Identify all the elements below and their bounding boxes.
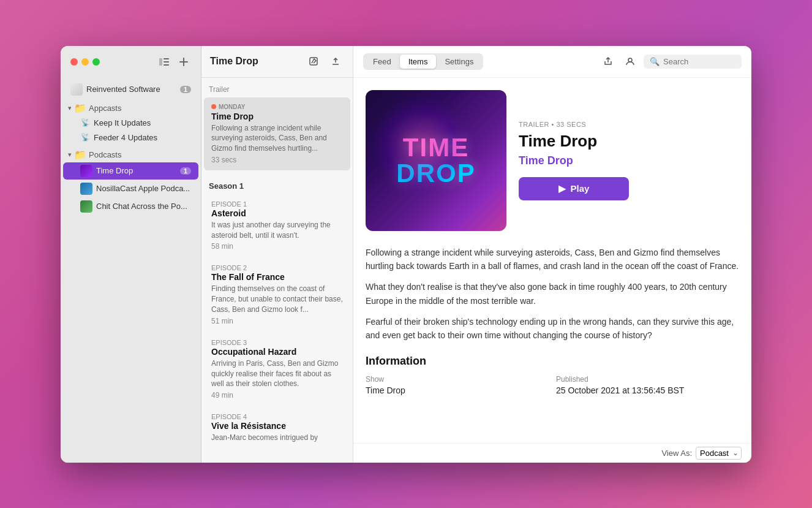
view-as-label: View As: [661,449,692,458]
trailer-label: Trailer [201,83,353,96]
compose-button[interactable] [305,53,322,70]
play-button[interactable]: ▶ Play [519,177,629,200]
sidebar-item-chitchat[interactable]: Chit Chat Across the Po... [63,198,198,215]
info-show: Time Drop [519,154,739,167]
season-1-section: Season 1 EPISODE 1 Asteroid It was just … [201,176,353,451]
day-dot [211,104,216,109]
sidebar-titlebar [61,46,201,78]
podcast-thumbnail-time-drop [80,165,92,177]
rss-icon: 📡 [80,133,90,142]
main-titlebar: Feed Items Settings [353,46,751,78]
episode-number: EPISODE 2 [211,264,343,271]
main-content: TIME DROP TRAILER • 33 SECS Time Drop Ti… [353,78,751,443]
description-3: Fearful of their broken ship's technolog… [366,315,739,343]
sidebar-folder-label: Appcasts [89,104,121,113]
sidebar-item-label: Feeder 4 Updates [94,133,157,142]
show-value: Time Drop [366,385,405,395]
svg-point-7 [628,58,632,62]
episode-description: It was just another day surveying the as… [211,220,343,241]
share-button[interactable] [600,53,617,70]
bottom-bar: View As: Podcast List Grid [353,443,751,463]
trailer-episode-card[interactable]: MONDAY Time Drop Following a strange inc… [204,97,350,170]
podcast-header: TIME DROP TRAILER • 33 SECS Time Drop Ti… [366,90,739,231]
rss-icon: 📡 [80,118,90,127]
episode-day: MONDAY [211,104,343,110]
tab-settings[interactable]: Settings [436,55,482,69]
episode-card-4[interactable]: EPISODE 4 Vive la Résistance Jean-Marc b… [204,407,350,451]
account-button[interactable] [622,53,639,70]
info-subtitle: TRAILER • 33 SECS [519,121,739,128]
app-window: Reinvented Software 1 ▾ 📁 Appcasts 📡 Kee… [61,46,751,463]
podcast-thumbnail-nosilla [80,183,92,195]
svg-rect-3 [164,64,169,66]
view-as-select-wrap: Podcast List Grid [696,447,742,460]
view-as-select[interactable]: Podcast List Grid [696,447,742,460]
sidebar-item-keep-it[interactable]: 📡 Keep It Updates [63,116,198,130]
episode-description: Finding themselves on the coast of Franc… [211,284,343,314]
svg-rect-6 [310,58,317,65]
podcast-info: TRAILER • 33 SECS Time Drop Time Drop ▶ … [519,90,739,231]
sidebar-item-podcasts[interactable]: ▾ 📁 Podcasts [61,145,201,162]
podcast-artwork: TIME DROP [366,90,506,231]
episode-title: Vive la Résistance [211,421,343,431]
panel-title: Time Drop [210,56,300,67]
info-grid: Show Time Drop Published 25 October 2021… [366,375,739,396]
trailer-section: Trailer MONDAY Time Drop Following a str… [201,78,353,176]
middle-content: Trailer MONDAY Time Drop Following a str… [201,78,353,463]
sidebar-item-label: Time Drop [96,166,133,175]
add-button[interactable] [176,55,191,69]
episode-title: Asteroid [211,208,343,218]
tab-items[interactable]: Items [400,55,437,69]
sidebar-item-appcasts[interactable]: ▾ 📁 Appcasts [61,99,201,115]
episode-duration: 49 min [211,391,343,400]
sidebar-item-reinvented[interactable]: Reinvented Software 1 [63,81,198,98]
minimize-button[interactable] [81,58,89,66]
description-2: What they don't realise is that they've … [366,280,739,308]
sidebar-item-label: Keep It Updates [94,118,151,127]
episode-title: The Fall of France [211,272,343,282]
episode-duration: 58 min [211,242,343,251]
episode-duration: 51 min [211,317,343,325]
episode-description: Jean-Marc becomes intrigued by [211,433,343,443]
traffic-lights [70,58,100,66]
sidebar-content: Reinvented Software 1 ▾ 📁 Appcasts 📡 Kee… [61,78,201,463]
episode-card-2[interactable]: EPISODE 2 The Fall of France Finding the… [204,258,350,331]
svg-rect-5 [179,61,188,63]
search-icon: 🔍 [650,57,660,66]
upload-button[interactable] [327,53,344,70]
episode-card-1[interactable]: EPISODE 1 Asteroid It was just another d… [204,194,350,257]
svg-rect-1 [164,58,169,59]
episode-title: Time Drop [211,112,343,121]
view-as-control: View As: Podcast List Grid [661,447,742,460]
published-field: Published 25 October 2021 at 13:56:45 BS… [556,375,739,396]
season-header: Season 1 [201,176,353,193]
episode-title: Occupational Hazard [211,347,343,357]
tab-group: Feed Items Settings [363,53,483,70]
sidebar-item-time-drop[interactable]: Time Drop 1 [63,162,198,180]
sidebar-item-label: Chit Chat Across the Po... [96,202,187,211]
sidebar-toggle-button[interactable] [157,55,171,69]
tab-feed[interactable]: Feed [364,55,400,69]
information-section-title: Information [366,355,739,368]
sidebar-item-nosilla[interactable]: NosillaCast Apple Podca... [63,180,198,197]
middle-panel: Time Drop Trailer [201,46,353,463]
sidebar-item-label: Reinvented Software [86,85,160,94]
close-button[interactable] [70,58,78,66]
sidebar-item-badge: 1 [180,86,191,93]
sidebar-item-feeder4[interactable]: 📡 Feeder 4 Updates [63,131,198,145]
search-box: 🔍 [644,55,742,69]
main-panel: Feed Items Settings [353,46,751,463]
episode-description: Arriving in Paris, Cass, Ben and Gizmo q… [211,358,343,389]
info-title: Time Drop [519,132,739,151]
search-input[interactable] [663,57,735,66]
episode-description: Following a strange incident while surve… [211,123,343,154]
episode-number: EPISODE 4 [211,413,343,420]
sidebar-icons [157,55,191,69]
show-field: Show Time Drop [366,375,549,396]
published-label: Published [556,375,739,384]
svg-rect-0 [159,58,162,66]
middle-titlebar: Time Drop [201,46,353,78]
episode-card-3[interactable]: EPISODE 3 Occupational Hazard Arriving i… [204,333,350,406]
maximize-button[interactable] [92,58,100,66]
sidebar: Reinvented Software 1 ▾ 📁 Appcasts 📡 Kee… [61,46,201,463]
